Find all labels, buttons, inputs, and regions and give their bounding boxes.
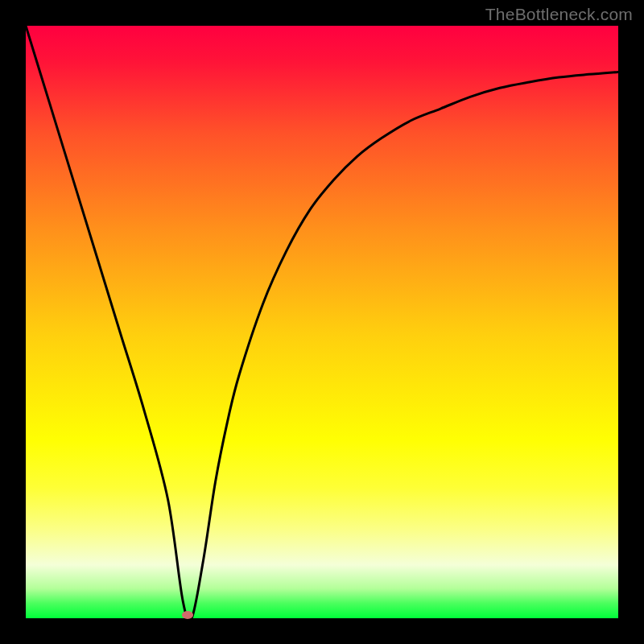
minimum-marker (182, 611, 193, 619)
bottleneck-curve (26, 26, 618, 618)
watermark-text: TheBottleneck.com (485, 5, 633, 24)
chart-frame: TheBottleneck.com (0, 0, 644, 644)
curve-path (26, 26, 618, 618)
plot-area (26, 26, 618, 618)
